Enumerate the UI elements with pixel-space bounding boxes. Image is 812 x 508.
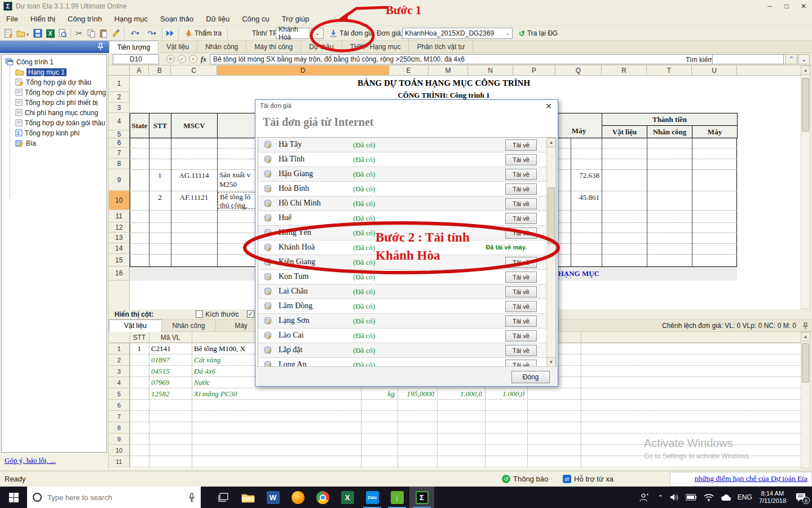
- search-prev-icon[interactable]: ⌃: [785, 54, 797, 64]
- row-10-selected[interactable]: 10: [109, 191, 130, 210]
- cell-stt[interactable]: 2: [149, 193, 171, 202]
- col-T[interactable]: T: [647, 65, 692, 76]
- download-row-button[interactable]: Tải về: [505, 271, 537, 283]
- download-row-button[interactable]: Tải về: [505, 154, 537, 165]
- province-row[interactable]: Kon Tum (Đã có) Tải về Đã tải về máy.: [258, 270, 556, 284]
- paste-icon[interactable]: [98, 27, 110, 40]
- taskbar-chrome[interactable]: [310, 487, 335, 508]
- row-7[interactable]: 7: [109, 148, 130, 159]
- tab-thkp-hang-muc[interactable]: THKP Hạng mục: [342, 41, 409, 53]
- col-P[interactable]: P: [513, 65, 555, 76]
- cell-desc[interactable]: Bê tông ló: [220, 192, 255, 202]
- pin-icon[interactable]: [802, 322, 809, 330]
- menu-cong-trinh[interactable]: Công trình: [61, 12, 108, 26]
- cancel-entry-icon[interactable]: ✕: [166, 55, 175, 63]
- taskbar-excel[interactable]: X: [335, 487, 360, 508]
- province-row[interactable]: Lai Châu (Đã có) Tải về Đã tải về máy.: [258, 284, 556, 299]
- tab-nhan-cong[interactable]: Nhân công: [197, 41, 246, 53]
- cloud-icon[interactable]: [721, 494, 732, 501]
- tree-item-hang-muc-chung[interactable]: Chi phí hạng mục chung: [15, 108, 98, 117]
- col-A[interactable]: A: [130, 65, 149, 76]
- cell-machine-cost[interactable]: 45.861: [566, 193, 599, 202]
- download-row-button[interactable]: Tải về: [505, 316, 537, 327]
- close-icon[interactable]: ✕: [795, 1, 812, 12]
- checkbox-don-gia[interactable]: ✓: [247, 310, 254, 318]
- new-file-icon[interactable]: [2, 27, 15, 40]
- download-row-button[interactable]: Tải về: [505, 330, 537, 341]
- row-14[interactable]: 14: [109, 243, 130, 254]
- save-icon[interactable]: [32, 27, 44, 40]
- download-row-button[interactable]: Tải về: [505, 301, 537, 312]
- tree-item-gia-du-thau[interactable]: Tổng hợp giá dự thầu: [15, 77, 91, 87]
- tree-item-hang-muc[interactable]: Hạng mục 1: [15, 67, 67, 77]
- format-brush-icon[interactable]: [110, 27, 122, 40]
- menu-file[interactable]: File: [0, 12, 24, 26]
- cell-stt[interactable]: 1: [149, 171, 171, 180]
- col-B[interactable]: B: [149, 65, 171, 76]
- download-row-button[interactable]: Tải về: [505, 183, 537, 195]
- row-2[interactable]: 2: [109, 92, 130, 103]
- verify-button[interactable]: Thẩm tra: [180, 27, 226, 40]
- row-5[interactable]: 5: [109, 130, 130, 138]
- print-preview-icon[interactable]: [56, 27, 69, 40]
- pin-icon[interactable]: [97, 43, 104, 51]
- battery-icon[interactable]: [686, 494, 697, 501]
- material-row[interactable]: 5 12582 Xi măng PC30 kg 195,0000 1.000,0…: [109, 388, 801, 400]
- tree-item-bia[interactable]: Bìa: [15, 138, 36, 148]
- cut-icon[interactable]: ✂: [73, 27, 85, 40]
- language-indicator[interactable]: ENG: [738, 493, 752, 501]
- province-row[interactable]: Lắp đặt (Đã có) Tải về Đã tải về máy.: [258, 343, 556, 358]
- material-row[interactable]: 8: [109, 422, 801, 433]
- taskbar-firefox[interactable]: [285, 487, 310, 508]
- excel-export-icon[interactable]: X: [44, 27, 56, 40]
- province-row[interactable]: Hoà Bình (Đã có) Tải về Đã tải về máy.: [258, 182, 556, 196]
- notify-button[interactable]: ↺ Thông báo: [502, 475, 548, 483]
- menu-soan-thao[interactable]: Soạn thảo: [154, 12, 200, 26]
- taskbar-search[interactable]: [27, 487, 201, 508]
- tab-may-thi-cong[interactable]: Máy thi công: [246, 41, 301, 53]
- row-13[interactable]: 13: [109, 233, 130, 243]
- col-E[interactable]: E: [389, 65, 429, 76]
- province-row[interactable]: Lào Cai (Đã có) Tải về Đã tải về máy.: [258, 329, 556, 343]
- menu-tro-giup[interactable]: Trợ giúp: [276, 12, 316, 26]
- dialog-scrollbar[interactable]: [546, 138, 556, 367]
- cell-desc[interactable]: M250: [219, 180, 259, 189]
- download-row-button[interactable]: Tải về: [505, 286, 537, 297]
- cell-mscv[interactable]: AG.11114: [171, 171, 217, 180]
- taskbar-word[interactable]: W: [261, 487, 285, 508]
- maximize-icon[interactable]: □: [778, 1, 795, 12]
- people-icon[interactable]: [639, 493, 650, 502]
- run-calc-icon[interactable]: [164, 27, 176, 40]
- row-11[interactable]: 11: [109, 210, 130, 222]
- cell-desc[interactable]: Sản xuất v: [219, 170, 259, 179]
- tree-item-chi-phi-thiet-bi[interactable]: Tổng hợp chi phí thiết bị: [15, 98, 98, 107]
- download-row-button[interactable]: Tải về: [505, 257, 537, 268]
- col-U[interactable]: U: [692, 65, 737, 76]
- col-M[interactable]: M: [429, 65, 468, 76]
- download-row-button[interactable]: Tải về: [505, 139, 537, 151]
- scroll-up-icon[interactable]: ▲: [801, 65, 810, 75]
- tray-expand-icon[interactable]: ⌃: [658, 494, 663, 501]
- tab-vat-lieu[interactable]: Vật liệu: [158, 41, 197, 53]
- pricelist-combobox[interactable]: KhanhHoa_2015XD_DG2369⌄: [402, 28, 513, 39]
- taskbar-zalo[interactable]: Zalo: [360, 487, 385, 508]
- confirm-entry-icon[interactable]: ✓: [178, 55, 186, 63]
- requery-button[interactable]: ↺ Tra lại ĐG: [515, 27, 562, 40]
- scroll-thumb[interactable]: [802, 78, 809, 132]
- tab-phan-tich-vat-tu[interactable]: Phân tích vật tư: [409, 41, 473, 53]
- cell-desc[interactable]: thủ công,: [220, 201, 255, 210]
- sheet-corner[interactable]: [109, 65, 130, 76]
- undo-icon[interactable]: ↶▾: [126, 27, 143, 40]
- row-9[interactable]: 9: [109, 169, 130, 191]
- province-row[interactable]: Hà Tĩnh (Đã có) Tải về Đã tải về máy.: [258, 152, 556, 167]
- tab-tien-luong[interactable]: Tiên lượng: [109, 41, 158, 53]
- remote-support-button[interactable]: ⇄ Hỗ trợ từ xa: [563, 475, 614, 483]
- menu-cong-cu[interactable]: Công cụ: [236, 12, 275, 26]
- tree-root-cong-trinh[interactable]: Công trình 1: [5, 57, 54, 67]
- province-dropdown-icon[interactable]: ⌄: [311, 28, 324, 39]
- menu-hang-muc[interactable]: Hạng mục: [108, 12, 154, 26]
- col-C[interactable]: C: [171, 65, 217, 76]
- menu-hien-thi[interactable]: Hiển thị: [24, 12, 61, 26]
- limitations-link[interactable]: những điểm hạn chế của Dự toán Eta: [695, 474, 807, 483]
- row-8[interactable]: 8: [109, 159, 130, 169]
